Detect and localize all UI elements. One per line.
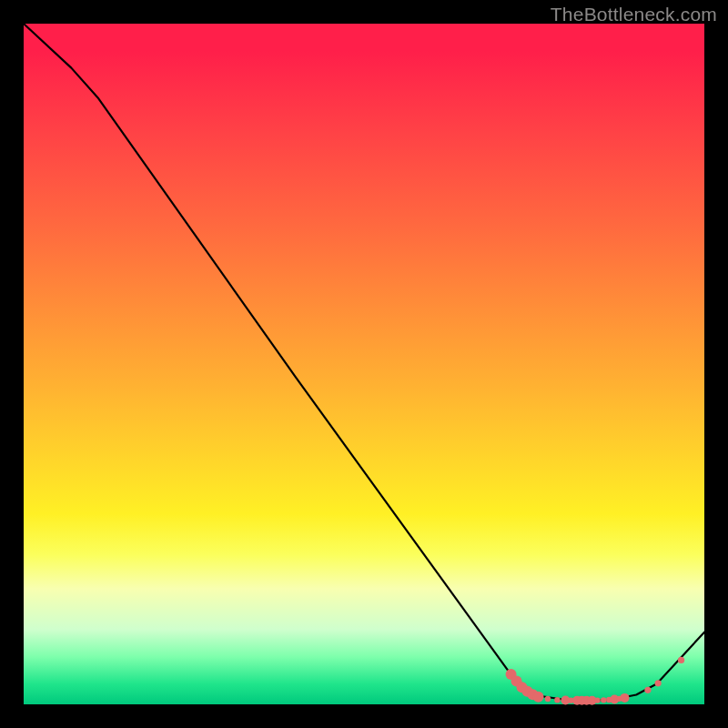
curve-marker xyxy=(594,697,600,703)
curve-marker xyxy=(601,697,606,703)
plot-area xyxy=(24,24,704,704)
curve-markers xyxy=(506,657,685,705)
curve-marker xyxy=(545,696,551,702)
curve-layer xyxy=(24,24,704,704)
curve-marker xyxy=(644,687,651,693)
watermark-text: TheBottleneck.com xyxy=(551,4,717,25)
curve-marker xyxy=(554,697,560,703)
curve-marker xyxy=(532,692,543,703)
bottleneck-curve xyxy=(24,24,704,701)
chart-frame: TheBottleneck.com xyxy=(0,0,728,728)
curve-marker xyxy=(678,657,684,663)
curve-marker xyxy=(620,693,629,703)
curve-marker xyxy=(655,680,662,686)
